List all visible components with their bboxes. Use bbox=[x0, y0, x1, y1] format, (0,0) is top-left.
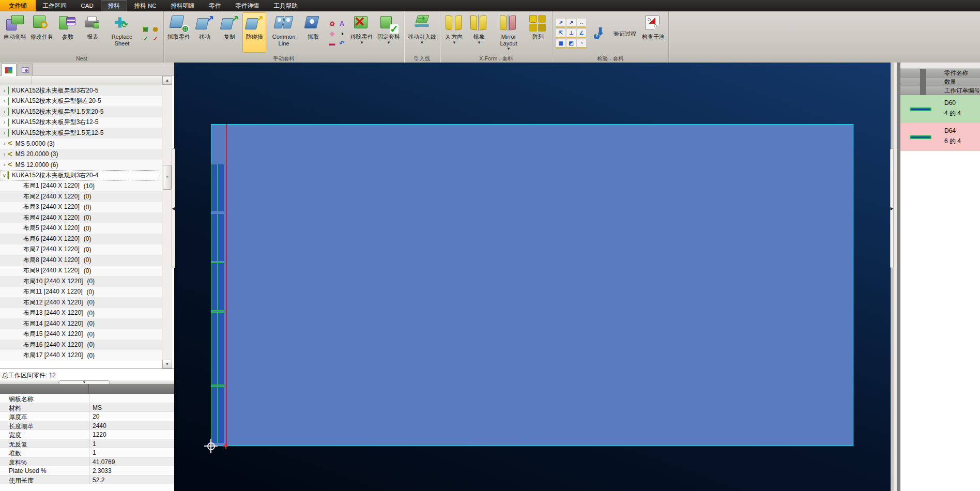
menu-tab-零件详情[interactable]: 零件详情 bbox=[228, 0, 267, 11]
property-value[interactable]: 52.2 bbox=[89, 475, 174, 485]
button-X 方向[interactable]: X 方向▼ bbox=[442, 12, 466, 53]
button-自动套料[interactable]: 自动套料 bbox=[2, 12, 28, 53]
tree-row-part[interactable]: ›KUKA152桉木夹板异型3右12-5 bbox=[0, 117, 162, 128]
tree-row-layout[interactable]: 布局17 [2440 X 1220](0) bbox=[0, 350, 162, 361]
measure-point-icon[interactable]: ↗ bbox=[566, 19, 576, 28]
nested-part[interactable] bbox=[218, 213, 224, 262]
tree-scrollbar[interactable]: ▲ ≡ ▼ bbox=[162, 76, 172, 369]
tree-row-layout[interactable]: 布局16 [2440 X 1220](0) bbox=[0, 340, 162, 350]
button-Mirror Layout[interactable]: Mirror Layout▼ bbox=[492, 12, 525, 53]
tree-row-layout[interactable]: 布局3 [2440 X 1220](0) bbox=[0, 202, 162, 213]
tree-row-part[interactable]: ›KUKA152桉木夹板异型1.5无12-5 bbox=[0, 128, 162, 139]
menu-tab-排料 NC[interactable]: 排料 NC bbox=[127, 0, 164, 11]
button-固定套料[interactable]: ✓固定套料▼ bbox=[376, 12, 402, 53]
button-抓取[interactable]: 抓取 bbox=[301, 12, 325, 53]
tree-row-layout[interactable]: 布局2 [2440 X 1220](0) bbox=[0, 191, 162, 202]
tree-row-material[interactable]: ›<MS 12.0000 (6) bbox=[0, 160, 162, 171]
nested-part[interactable] bbox=[211, 263, 218, 311]
property-value[interactable]: 41.0769 bbox=[89, 457, 174, 467]
tree-row-part[interactable]: ›KUKA152桉木夹板异型3右20-5 bbox=[0, 85, 162, 96]
tree-row-layout[interactable]: 布局1 [2440 X 1220](10) bbox=[0, 181, 162, 192]
button-Common Line[interactable]: Common Line bbox=[267, 12, 300, 53]
balance-point-icon[interactable]: ◑ bbox=[338, 29, 346, 38]
menu-tab-排料明细[interactable]: 排料明细 bbox=[164, 0, 202, 11]
button-报表[interactable]: 报表 bbox=[81, 12, 104, 53]
nested-part[interactable] bbox=[211, 312, 218, 385]
button-修改任务[interactable]: 修改任务 bbox=[29, 12, 55, 53]
tree-row-material[interactable]: ›<MS 5.0000 (3) bbox=[0, 139, 162, 149]
sheet-check-icon[interactable]: ✓ bbox=[141, 34, 150, 43]
button-检查干涉[interactable]: 检查干涉 bbox=[640, 12, 666, 53]
menu-tab-排料[interactable]: 排料 bbox=[101, 0, 127, 11]
property-value[interactable] bbox=[89, 394, 174, 403]
tree-row-layout[interactable]: 布局8 [2440 X 1220](0) bbox=[0, 255, 162, 266]
parts-list-scrollbar[interactable] bbox=[920, 69, 926, 96]
tree-expander-icon[interactable]: › bbox=[1, 88, 8, 94]
tree-row-layout[interactable]: 布局14 [2440 X 1220](0) bbox=[0, 318, 162, 329]
left-panel-collapse-grip[interactable]: ◀ bbox=[172, 148, 175, 268]
property-value[interactable]: 2440 bbox=[89, 421, 174, 431]
right-panel-collapse-grip[interactable]: ▶ bbox=[890, 148, 894, 268]
tree-row-material[interactable]: ›<MS 20.0000 (3) bbox=[0, 149, 162, 160]
nested-part[interactable] bbox=[211, 164, 218, 212]
tree-expander-icon[interactable]: › bbox=[1, 151, 8, 157]
hazard-sheet-icon[interactable]: ◉ bbox=[151, 24, 160, 33]
tree-expander-icon[interactable]: › bbox=[1, 162, 8, 167]
text-label-icon[interactable]: A bbox=[338, 20, 346, 28]
nested-part[interactable] bbox=[218, 387, 224, 443]
red-check-icon[interactable]: ✓ bbox=[151, 34, 160, 43]
tree-row-layout[interactable]: 布局13 [2440 X 1220](0) bbox=[0, 308, 162, 319]
tree-row-layout[interactable]: 布局15 [2440 X 1220](0) bbox=[0, 329, 162, 340]
tree-expander-icon[interactable]: › bbox=[1, 119, 8, 125]
property-value[interactable]: 1220 bbox=[89, 430, 174, 439]
property-value[interactable]: 20 bbox=[89, 412, 174, 421]
new-sheet-icon[interactable]: ▣ bbox=[141, 24, 150, 33]
button-复制[interactable]: ↗复制 bbox=[218, 12, 241, 53]
tab-tree-view[interactable] bbox=[1, 64, 17, 76]
quality-flower-icon[interactable]: ✿ bbox=[328, 20, 336, 28]
scroll-up-button[interactable]: ▲ bbox=[162, 76, 172, 85]
nested-part[interactable] bbox=[218, 312, 224, 385]
tree-row-part[interactable]: ∨KUKA152桉木夹板规则3右20-4 bbox=[0, 170, 162, 181]
measure-x-icon[interactable]: ⇱ bbox=[556, 29, 565, 38]
parts-list-item[interactable]: D604 的 4 bbox=[900, 95, 980, 123]
measure-angle-icon[interactable]: ∠ bbox=[577, 29, 586, 38]
measure-distance-icon[interactable]: ↗ bbox=[556, 19, 565, 28]
menu-tab-CAD[interactable]: CAD bbox=[74, 0, 101, 11]
tree-row-layout[interactable]: 布局4 [2440 X 1220](0) bbox=[0, 212, 162, 223]
nested-part[interactable] bbox=[218, 263, 224, 311]
eraser-icon[interactable]: ▬ bbox=[328, 39, 336, 48]
scroll-thumb[interactable]: ≡ bbox=[163, 165, 172, 190]
measure-width-icon[interactable]: ↔ bbox=[577, 19, 586, 28]
nesting-canvas[interactable] bbox=[174, 63, 891, 491]
menu-tab-零件[interactable]: 零件 bbox=[202, 0, 228, 11]
sheet-plate[interactable] bbox=[211, 124, 853, 446]
tree-row-layout[interactable]: 布局12 [2440 X 1220](0) bbox=[0, 297, 162, 308]
tree-expander-icon[interactable]: ∨ bbox=[1, 173, 8, 178]
property-value[interactable]: 1 bbox=[89, 439, 174, 449]
button-验证过程[interactable]: ⬇?验证过程 bbox=[589, 22, 639, 45]
tree-expander-icon[interactable]: › bbox=[1, 141, 8, 146]
menu-tab-文件铺[interactable]: 文件铺 bbox=[0, 0, 36, 11]
button-移动引入线[interactable]: ➝移动引入线▼ bbox=[406, 12, 438, 53]
parts-list-item[interactable]: D646 的 4 bbox=[900, 123, 980, 151]
measure-area-icon[interactable]: ▦ bbox=[556, 39, 565, 49]
tree-row-layout[interactable]: 布局5 [2440 X 1220](0) bbox=[0, 223, 162, 234]
nested-part[interactable] bbox=[211, 387, 218, 443]
property-value[interactable]: MS bbox=[89, 403, 174, 412]
button-移除零件[interactable]: ✕移除零件▼ bbox=[349, 12, 375, 53]
nested-part[interactable] bbox=[211, 213, 218, 262]
tree-row-layout[interactable]: 布局10 [2440 X 1220](0) bbox=[0, 276, 162, 287]
nested-part[interactable] bbox=[218, 164, 224, 212]
tree-row-layout[interactable]: 布局7 [2440 X 1220](0) bbox=[0, 244, 162, 255]
property-value[interactable]: 2.3033 bbox=[89, 466, 174, 475]
button-Replace Sheet[interactable]: ✚⟳Replace Sheet bbox=[105, 12, 139, 53]
tree-row-layout[interactable]: 布局11 [2440 X 1220](0) bbox=[0, 287, 162, 298]
tree-row-part[interactable]: ›KUKA152桉木夹板异型1.5无20-5 bbox=[0, 106, 162, 117]
button-阵列[interactable]: 阵列 bbox=[526, 12, 550, 53]
button-镜象[interactable]: 镜象▼ bbox=[467, 12, 491, 53]
tree-expander-icon[interactable]: › bbox=[1, 130, 8, 136]
menu-tab-工具帮助[interactable]: 工具帮助 bbox=[267, 0, 305, 11]
button-防碰撞[interactable]: ↗防碰撞 bbox=[242, 12, 266, 53]
menu-tab-工作区间[interactable]: 工作区间 bbox=[36, 0, 74, 11]
